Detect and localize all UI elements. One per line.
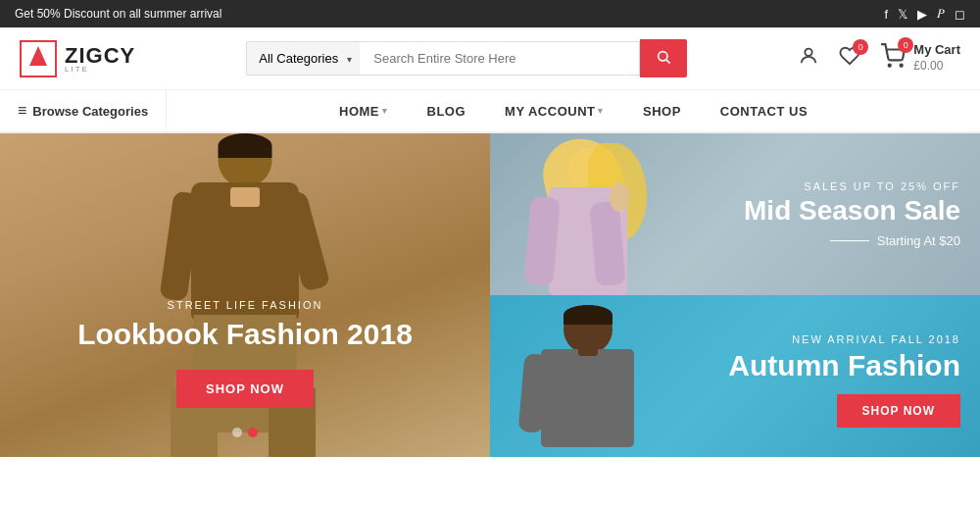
hamburger-icon: ≡ [18, 102, 26, 120]
instagram-icon[interactable]: ◻ [955, 7, 965, 22]
category-select-wrap[interactable]: All Categories [246, 41, 360, 76]
nav-item-blog[interactable]: BLOG [408, 91, 486, 131]
hero-subtitle: STREET LIFE FASHION [0, 299, 490, 311]
wishlist-icon[interactable]: 0 [839, 45, 860, 72]
dot-1[interactable] [232, 428, 242, 437]
facebook-icon[interactable]: f [884, 7, 888, 22]
svg-marker-1 [29, 46, 47, 66]
cart-badge: 0 [898, 37, 913, 53]
search-icon [656, 49, 671, 65]
hero-left-panel: STREET LIFE FASHION Lookbook Fashion 201… [0, 133, 490, 457]
search-button[interactable] [640, 39, 687, 77]
header-icons: 0 0 My Cart £0.00 [798, 42, 960, 74]
sale-tag: SALES UP TO 25% OFF [744, 180, 960, 192]
hero-bottom-right: NEW ARRIVAL FALL 2018 Autumn Fashion SHO… [490, 295, 980, 457]
wishlist-badge: 0 [853, 39, 868, 55]
twitter-icon[interactable]: 𝕏 [898, 7, 907, 22]
sale-title: Mid Season Sale [744, 196, 960, 227]
sale-starting: Starting At $20 [744, 233, 960, 248]
logo[interactable]: ZIGCY LITE [20, 40, 135, 77]
svg-point-6 [901, 65, 903, 67]
cart-text: My Cart £0.00 [913, 42, 960, 74]
svg-point-5 [889, 65, 891, 67]
dot-2[interactable] [248, 428, 258, 437]
hero-section: STREET LIFE FASHION Lookbook Fashion 201… [0, 133, 980, 457]
hero-title: Lookbook Fashion 2018 [0, 317, 490, 352]
search-bar: All Categories [246, 39, 687, 77]
navbar: ≡ Browse Categories HOME ▾ BLOG MY ACCOU… [0, 90, 980, 133]
nav-item-contact[interactable]: CONTACT US [701, 91, 827, 131]
promo-text: Get 50% Discount on all summer arrival [15, 7, 221, 21]
person-right-bottom [490, 295, 686, 457]
nav-item-shop[interactable]: SHOP [623, 91, 701, 131]
account-icon[interactable] [798, 45, 819, 72]
autumn-title: Autumn Fashion [728, 349, 960, 382]
top-right-content: SALES UP TO 25% OFF Mid Season Sale Star… [744, 180, 960, 249]
hero-dots [232, 428, 258, 437]
browse-categories[interactable]: ≡ Browse Categories [0, 90, 167, 131]
hero-bottom-cta[interactable]: SHOP NOW [837, 394, 960, 428]
new-arrival-tag: NEW ARRIVAL FALL 2018 [728, 333, 960, 345]
nav-item-home[interactable]: HOME ▾ [319, 91, 408, 131]
pinterest-icon[interactable]: 𝑃 [937, 6, 945, 22]
svg-line-3 [666, 60, 670, 64]
hero-right-panels: SALES UP TO 25% OFF Mid Season Sale Star… [490, 133, 980, 457]
svg-point-4 [806, 49, 812, 56]
hero-left-cta[interactable]: SHOP NOW [176, 370, 314, 408]
sale-line [830, 240, 869, 241]
browse-categories-label: Browse Categories [32, 104, 148, 119]
nav-links: HOME ▾ BLOG MY ACCOUNT ▾ SHOP CONTACT US [167, 91, 980, 131]
bottom-right-content: NEW ARRIVAL FALL 2018 Autumn Fashion SHO… [728, 333, 960, 428]
cart-area[interactable]: 0 My Cart £0.00 [880, 42, 960, 74]
social-links: f 𝕏 ▶ 𝑃 ◻ [884, 6, 965, 22]
hero-left-content: STREET LIFE FASHION Lookbook Fashion 201… [0, 299, 490, 408]
home-dropdown-arrow: ▾ [382, 106, 388, 116]
nav-item-account[interactable]: MY ACCOUNT ▾ [485, 91, 623, 131]
person-right-top [490, 133, 706, 295]
category-select[interactable]: All Categories [246, 41, 360, 76]
cart-label: My Cart [913, 42, 960, 59]
account-dropdown-arrow: ▾ [598, 106, 604, 116]
cart-icon: 0 [880, 43, 906, 74]
youtube-icon[interactable]: ▶ [917, 7, 927, 22]
cart-price: £0.00 [913, 59, 960, 75]
top-bar: Get 50% Discount on all summer arrival f… [0, 0, 980, 27]
person-left [157, 133, 333, 457]
sale-starting-text: Starting At $20 [877, 233, 960, 248]
logo-icon [20, 40, 57, 77]
search-input[interactable] [360, 41, 640, 76]
header: ZIGCY LITE All Categories [0, 27, 980, 90]
hero-top-right: SALES UP TO 25% OFF Mid Season Sale Star… [490, 133, 980, 295]
svg-point-2 [659, 52, 667, 61]
